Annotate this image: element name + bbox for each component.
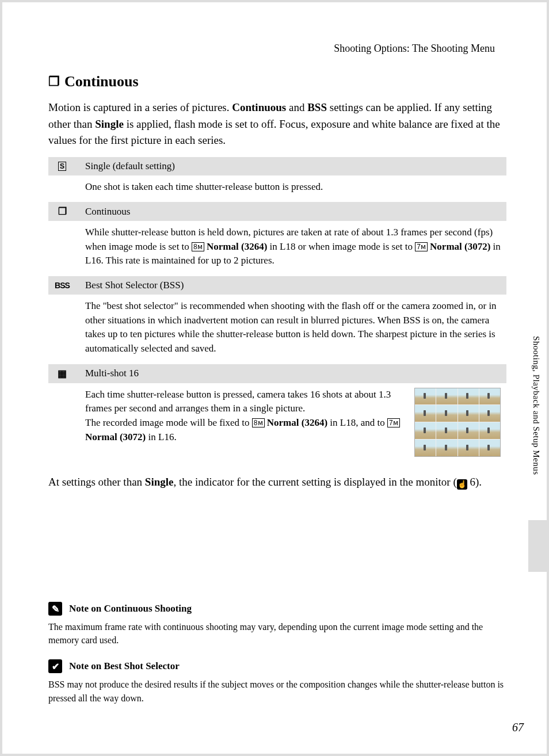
- page-title: Continuous: [48, 73, 506, 90]
- text: in L18 or when image mode is set to: [267, 241, 415, 252]
- multi-label: Multi-shot 16: [85, 368, 139, 379]
- pencil-icon: ✎: [48, 602, 62, 616]
- bold: Normal (3264): [265, 417, 328, 428]
- section-header: Shooting Options: The Shooting Menu: [48, 43, 506, 55]
- intro-text: and: [286, 101, 307, 113]
- continuous-icon: [48, 74, 60, 89]
- row-bss-body: The "best shot selector" is recommended …: [48, 295, 506, 364]
- single-icon-glyph: S: [58, 162, 66, 171]
- intro-bold: Single: [95, 118, 124, 130]
- row-multi-body: Each time shutter-release button is pres…: [48, 383, 506, 465]
- row-multi-head: Multi-shot 16: [48, 364, 506, 383]
- notes: ✎ Note on Continuous Shooting The maximu…: [48, 602, 506, 717]
- page-number: 67: [512, 721, 524, 734]
- note2-head: ✔ Note on Best Shot Selector: [48, 659, 506, 673]
- mode-badge-8m: 8ᴍ: [192, 242, 204, 251]
- bold: Normal (3072): [85, 432, 146, 442]
- check-icon: ✔: [48, 659, 62, 673]
- row-bss-head: BSS Best Shot Selector (BSS): [48, 276, 506, 295]
- mode-badge-8m: 8ᴍ: [252, 418, 265, 427]
- single-label: Single (default setting): [85, 161, 175, 172]
- multishot-sample-image: [414, 388, 501, 457]
- continuous-label: Continuous: [85, 206, 130, 217]
- bold: Normal (3264): [204, 241, 268, 252]
- intro-paragraph: Motion is captured in a series of pictur…: [48, 100, 506, 149]
- side-tab-block: [528, 520, 547, 572]
- text: in L16.: [146, 432, 176, 442]
- reference-icon: ☝: [457, 479, 467, 490]
- note1-head: ✎ Note on Continuous Shooting: [48, 602, 506, 616]
- mode-badge-7m: 7ᴍ: [387, 418, 400, 427]
- mode-badge-7m: 7ᴍ: [415, 242, 428, 251]
- intro-bold: Continuous: [232, 101, 286, 113]
- continuous-icon: [54, 205, 70, 217]
- intro-text: Motion is captured in a series of pictur…: [48, 101, 232, 113]
- text: Each time shutter-release button is pres…: [85, 389, 391, 414]
- row-single-body: One shot is taken each time shutter-rele…: [48, 175, 506, 203]
- bss-label: Best Shot Selector (BSS): [85, 280, 184, 291]
- text: in L18, and to: [327, 417, 387, 428]
- text: The recorded image mode will be fixed to: [85, 417, 252, 428]
- single-icon: S: [54, 161, 70, 172]
- bold: Normal (3072): [428, 241, 491, 252]
- manual-page: Shooting Options: The Shooting Menu Cont…: [0, 0, 549, 756]
- row-single-head: S Single (default setting): [48, 157, 506, 175]
- row-continuous-body: While shutter-release button is held dow…: [48, 221, 506, 276]
- note1-body: The maximum frame rate with continuous s…: [48, 620, 506, 647]
- bss-icon: BSS: [54, 281, 70, 290]
- intro-bold: BSS: [307, 101, 327, 113]
- bottom-paragraph: At settings other than Single, the indic…: [48, 474, 506, 491]
- multi-text: Each time shutter-release button is pres…: [85, 388, 403, 457]
- modes-table: S Single (default setting) One shot is t…: [48, 157, 506, 465]
- row-continuous-head: Continuous: [48, 202, 506, 221]
- bold: Single: [145, 476, 174, 488]
- title-text: Continuous: [64, 73, 139, 90]
- text: 6).: [467, 476, 482, 488]
- multishot-icon: [54, 368, 70, 380]
- text: At settings other than: [48, 476, 145, 488]
- note2-body: BSS may not produce the desired results …: [48, 678, 506, 704]
- text: , the indicator for the current setting …: [173, 476, 456, 488]
- side-tab-label: Shooting, Playback and Setup Menus: [531, 336, 541, 475]
- note1-title: Note on Continuous Shooting: [69, 603, 192, 614]
- note2-title: Note on Best Shot Selector: [69, 660, 180, 672]
